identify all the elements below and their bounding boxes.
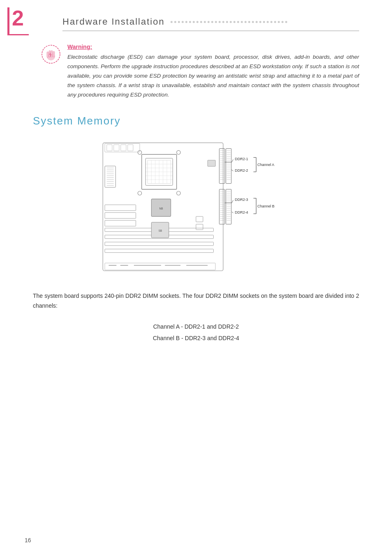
svg-rect-141 [208, 160, 215, 166]
channel-b-label: Channel B [257, 204, 274, 208]
ddr2-3-label: DDR2-3 [235, 198, 248, 202]
svg-line-102 [232, 200, 233, 203]
motherboard-diagram: NB [93, 139, 299, 279]
svg-line-95 [232, 159, 233, 162]
warning-text: Electrostatic discharge (ESD) can damage… [67, 53, 359, 100]
header-dot [233, 21, 235, 23]
description-text: The system board supports 240-pin DDR2 D… [33, 291, 359, 311]
warning-section: Warning: Electrostatic discharge (ESD) c… [41, 44, 359, 100]
header-dot [182, 21, 184, 23]
header-dot [222, 21, 224, 23]
header-dot [189, 21, 191, 23]
header-title: Hardware Installation [62, 16, 165, 27]
diagram-container: NB [33, 139, 359, 279]
header-dot [278, 21, 280, 23]
header-dot [185, 21, 187, 23]
channel-a-label: Channel A [257, 163, 274, 167]
header-dot [270, 21, 272, 23]
svg-text:SB: SB [159, 229, 162, 232]
header-dot [226, 21, 228, 23]
svg-rect-4 [51, 51, 53, 57]
header-dot [267, 21, 269, 23]
chapter-number-block: 2 [7, 7, 29, 35]
warning-content: Warning: Electrostatic discharge (ESD) c… [67, 44, 359, 100]
header-dot [178, 21, 180, 23]
svg-line-97 [232, 170, 233, 171]
header-dot [204, 21, 206, 23]
header-dot [244, 21, 247, 23]
channel-a-item: Channel A - DDR2-1 and DDR2-2 [33, 321, 359, 332]
page-header: Hardware Installation [62, 16, 359, 31]
header-dot [208, 21, 210, 23]
page-number: 16 [25, 537, 31, 543]
header-dot [237, 21, 239, 23]
header-dot [174, 21, 176, 23]
header-dot [274, 21, 276, 23]
header-dot [196, 21, 198, 23]
ddr2-2-label: DDR2-2 [235, 168, 248, 173]
svg-rect-2 [47, 52, 48, 58]
header-dot [215, 21, 217, 23]
svg-rect-5 [53, 51, 55, 57]
header-dot [211, 21, 213, 23]
ddr2-4-label: DDR2-4 [235, 210, 248, 214]
header-dot [200, 21, 202, 23]
header-dot [256, 21, 258, 23]
header-dot [285, 21, 287, 23]
header-dot [281, 21, 284, 23]
ddr2-1-label: DDR2-1 [235, 157, 248, 161]
header-dot [193, 21, 195, 23]
header-dot [263, 21, 265, 23]
header-dot [252, 21, 254, 23]
channel-list: Channel A - DDR2-1 and DDR2-2 Channel B … [33, 321, 359, 344]
warning-icon [41, 44, 61, 64]
header-dot [171, 21, 173, 23]
header-dot [219, 21, 221, 23]
svg-line-104 [232, 212, 233, 213]
header-dot [241, 21, 243, 23]
channel-b-item: Channel B - DDR2-3 and DDR2-4 [33, 332, 359, 344]
chapter-number: 2 [12, 7, 24, 29]
warning-title: Warning: [67, 44, 359, 50]
header-dots [171, 21, 359, 23]
header-dot [248, 21, 250, 23]
svg-text:NB: NB [159, 207, 163, 210]
section-memory-title: System Memory [33, 115, 359, 127]
page-container: 2 Hardware Installation [0, 0, 392, 555]
header-dot [259, 21, 261, 23]
header-dot [230, 21, 232, 23]
